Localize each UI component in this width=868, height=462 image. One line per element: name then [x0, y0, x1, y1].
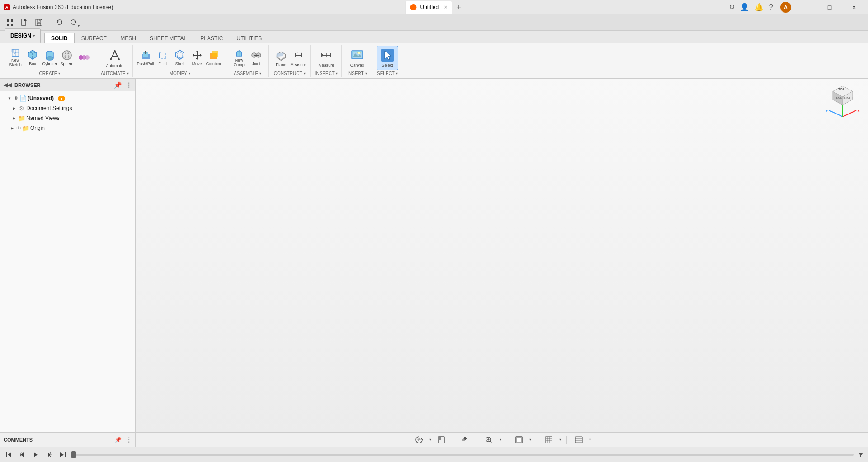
apps-icon[interactable]: [4, 16, 16, 29]
comments-resize-handle[interactable]: ⋮: [126, 437, 132, 443]
shell-button[interactable]: Shell: [172, 48, 188, 67]
timeline-next-button[interactable]: [44, 450, 54, 460]
tree-row-root[interactable]: ▼ 👁 📄 (Unsaved) ●: [0, 93, 135, 103]
zoom-fit-button[interactable]: [483, 434, 495, 445]
tab-close-icon[interactable]: ×: [444, 4, 447, 10]
browser-resize-handle[interactable]: ⋮: [126, 82, 132, 88]
automate-label-group[interactable]: AUTOMATE ▾: [101, 71, 129, 77]
root-expander-icon[interactable]: ▼: [6, 95, 13, 101]
tab-sheet-metal[interactable]: SHEET METAL: [143, 33, 193, 43]
fillet-button[interactable]: Fillet: [155, 48, 171, 67]
grid-button[interactable]: [542, 434, 555, 445]
root-eye-icon[interactable]: 👁: [14, 95, 19, 101]
redo-button[interactable]: ▾: [67, 16, 80, 29]
comments-pin-icon[interactable]: 📌: [115, 437, 122, 443]
tab-utilities[interactable]: UTILITIES: [230, 33, 269, 43]
timeline-marker[interactable]: [71, 451, 76, 458]
insert-label[interactable]: INSERT ▾: [347, 71, 367, 77]
save-button[interactable]: [33, 16, 45, 29]
orbit-dropdown-icon[interactable]: ▾: [429, 438, 431, 442]
timeline-first-button[interactable]: [4, 450, 14, 460]
modify-label[interactable]: MODIFY ▾: [170, 71, 190, 77]
combine-button[interactable]: Combine: [206, 48, 222, 67]
panels-button[interactable]: [572, 434, 585, 445]
pattern-button[interactable]: [76, 48, 92, 67]
named-views-expander-icon[interactable]: ▶: [11, 115, 17, 121]
avatar[interactable]: A: [780, 2, 791, 13]
doc-settings-expander-icon[interactable]: ▶: [11, 105, 17, 111]
svg-rect-30: [212, 51, 218, 57]
push-pull-button[interactable]: Push/Pull: [137, 48, 154, 67]
svg-rect-1: [11, 19, 13, 22]
account-icon[interactable]: 👤: [740, 3, 749, 11]
notification-icon[interactable]: 🔔: [755, 3, 764, 11]
undo-button[interactable]: [53, 16, 66, 29]
tab-plastic[interactable]: PLASTIC: [193, 33, 230, 43]
view-cube[interactable]: Y X Z TOP RIGHT FRONT: [825, 84, 861, 120]
close-button[interactable]: ×: [844, 0, 864, 14]
tree-row-named-views[interactable]: ▶ 📁 Named Views: [0, 113, 135, 123]
joint-button[interactable]: Joint: [248, 48, 264, 67]
tree-row-doc-settings[interactable]: ▶ ⚙ Document Settings: [0, 103, 135, 113]
svg-rect-36: [276, 52, 284, 57]
browser-collapse-icon[interactable]: ◀◀: [4, 82, 12, 88]
add-tab-btn[interactable]: +: [455, 3, 462, 11]
sphere-button[interactable]: Sphere: [59, 48, 75, 67]
insert-canvas-button[interactable]: Canvas: [346, 46, 368, 70]
zoom-dropdown-icon[interactable]: ▾: [500, 438, 501, 442]
inspect-label[interactable]: INSPECT ▾: [315, 71, 338, 77]
display-mode-button[interactable]: [435, 434, 448, 445]
tab-surface[interactable]: SURFACE: [75, 33, 114, 43]
insert-tools: Canvas: [346, 45, 368, 71]
orbit-button[interactable]: [413, 434, 425, 445]
origin-eye-icon[interactable]: 👁: [16, 125, 21, 131]
browser-pin-icon[interactable]: 📌: [114, 81, 122, 89]
grid-dropdown-icon[interactable]: ▾: [559, 438, 561, 442]
move-button[interactable]: Move: [189, 48, 205, 67]
create-label[interactable]: CREATE ▾: [39, 71, 61, 77]
timeline-play-button[interactable]: [31, 450, 41, 460]
timeline-last-button[interactable]: [58, 450, 68, 460]
viewport[interactable]: Y X Z TOP RIGHT FRONT: [136, 79, 868, 432]
pan-button[interactable]: [459, 434, 472, 445]
automate-button[interactable]: Automate: [104, 46, 126, 70]
svg-point-22: [82, 55, 86, 60]
visual-style-dropdown-icon[interactable]: ▾: [529, 438, 531, 442]
timeline-prev-button[interactable]: [17, 450, 27, 460]
select-button[interactable]: Select: [377, 46, 398, 70]
refresh-icon[interactable]: ↻: [729, 3, 735, 11]
visual-style-button[interactable]: [513, 434, 525, 445]
panels-dropdown-icon[interactable]: ▾: [589, 438, 591, 442]
help-icon[interactable]: ?: [769, 3, 773, 11]
document-tab[interactable]: Untitled ×: [405, 1, 452, 14]
timeline-track[interactable]: [71, 454, 854, 456]
push-pull-label: Push/Pull: [137, 62, 154, 67]
file-menu-btn[interactable]: [18, 16, 31, 29]
new-sketch-button[interactable]: New Sketch: [7, 48, 24, 67]
origin-expander-icon[interactable]: ▶: [9, 125, 15, 131]
svg-text:RIGHT: RIGHT: [844, 96, 853, 99]
cylinder-button[interactable]: Cylinder: [42, 48, 58, 67]
insert-group: Canvas INSERT ▾: [343, 45, 372, 77]
select-label-group[interactable]: SELECT ▾: [377, 71, 398, 77]
browser-header: ◀◀ BROWSER 📌 ⋮: [0, 79, 135, 91]
move-label: Move: [192, 62, 202, 67]
tab-solid[interactable]: SOLID: [44, 33, 75, 43]
construct-label[interactable]: CONSTRUCT ▾: [274, 71, 306, 77]
new-component-button[interactable]: New Comp: [231, 48, 247, 67]
inspect-measure-button[interactable]: Measure: [316, 46, 337, 70]
create-group: New Sketch Box Cyl: [4, 45, 96, 77]
create-dropdown-icon: ▾: [58, 71, 60, 76]
box-button[interactable]: Box: [24, 48, 41, 67]
minimize-button[interactable]: —: [795, 0, 816, 14]
tab-mesh[interactable]: MESH: [113, 33, 143, 43]
timeline-filter-icon[interactable]: [857, 451, 864, 458]
design-mode-button[interactable]: DESIGN ▾: [5, 28, 41, 43]
construct-plane-label: Plane: [276, 63, 286, 67]
maximize-button[interactable]: □: [819, 0, 840, 14]
construct-measure-button[interactable]: ←→ Measure: [290, 48, 307, 67]
construct-plane-button[interactable]: Plane: [273, 48, 289, 67]
assemble-label[interactable]: ASSEMBLE ▾: [234, 71, 261, 77]
svg-text:TOP: TOP: [838, 88, 845, 91]
tree-row-origin[interactable]: ▶ 👁 📁 Origin: [0, 123, 135, 133]
